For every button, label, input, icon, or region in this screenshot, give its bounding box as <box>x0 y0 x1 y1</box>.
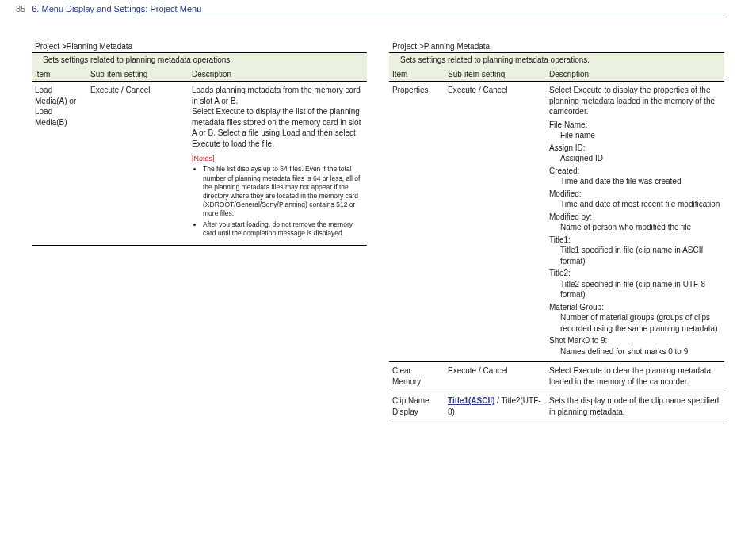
notes-list: The file list displays up to 64 files. E… <box>192 165 364 237</box>
col-header-desc: Description <box>546 67 724 82</box>
def-val: Title1 specified in file (clip name in A… <box>549 245 721 266</box>
cell-sub: Execute / Cancel <box>87 82 189 246</box>
def-term: Shot Mark0 to 9: <box>549 335 721 346</box>
table-row: Clear Memory Execute / Cancel Select Exe… <box>389 362 724 392</box>
def-val: Time and date of most recent file modifi… <box>549 199 721 210</box>
def-term: Assign ID: <box>549 143 721 154</box>
page-content: Project >Planning Metadata Sets settings… <box>0 41 756 423</box>
def-val: Assigned ID <box>549 153 721 164</box>
col-header-sub: Sub-item setting <box>87 67 189 82</box>
col-header-sub: Sub-item setting <box>445 67 546 82</box>
table-row: Load Media(A) or Load Media(B) Execute /… <box>32 82 367 246</box>
desc-text: Select Execute to display the properties… <box>549 85 721 117</box>
cell-desc: Select Execute to display the properties… <box>546 82 724 362</box>
def-val: Title2 specified in file (clip name in U… <box>549 279 721 300</box>
section-title: 6. Menu Display and Settings: Project Me… <box>32 3 201 15</box>
table-header-row: Item Sub-item setting Description <box>32 67 367 82</box>
desc-text: Loads planning metadata from the memory … <box>192 85 364 149</box>
table-row: Clip Name Display Title1(ASCII) / Title2… <box>389 392 724 422</box>
def-term: Material Group: <box>549 302 721 313</box>
page-header: 85 6. Menu Display and Settings: Project… <box>32 0 724 17</box>
settings-table-right: Item Sub-item setting Description Proper… <box>389 67 724 423</box>
cell-item: Load Media(A) or Load Media(B) <box>32 82 87 246</box>
table-row: Properties Execute / Cancel Select Execu… <box>389 82 724 362</box>
cell-sub: Title1(ASCII) / Title2(UTF-8) <box>445 392 546 422</box>
panel-title-right: Project >Planning Metadata <box>392 41 724 52</box>
cell-desc: Loads planning metadata from the memory … <box>189 82 367 246</box>
col-header-desc: Description <box>189 67 367 82</box>
def-val: Time and date the file was created <box>549 176 721 187</box>
cell-item: Clip Name Display <box>389 392 445 422</box>
def-term: Title2: <box>549 268 721 279</box>
col-header-item: Item <box>32 67 87 82</box>
def-val: Names defined for shot marks 0 to 9 <box>549 346 721 357</box>
def-val: Name of person who modified the file <box>549 222 721 233</box>
def-term: Created: <box>549 166 721 177</box>
cell-item: Properties <box>389 82 445 362</box>
page-number: 85 <box>16 3 25 15</box>
left-column: Project >Planning Metadata Sets settings… <box>32 41 367 423</box>
cell-desc: Select Execute to clear the planning met… <box>546 362 724 392</box>
definition-list: File Name: File name Assign ID: Assigned… <box>549 120 721 357</box>
right-column: Project >Planning Metadata Sets settings… <box>389 41 724 423</box>
def-val: Number of material groups (groups of cli… <box>549 312 721 334</box>
cell-sub: Execute / Cancel <box>445 362 546 392</box>
cell-sub: Execute / Cancel <box>445 82 546 362</box>
option-selected: Title1(ASCII) <box>448 396 494 405</box>
col-header-item: Item <box>389 67 445 82</box>
list-item: The file list displays up to 64 files. E… <box>203 165 364 217</box>
def-term: Modified: <box>549 189 721 200</box>
cell-item: Clear Memory <box>389 362 445 392</box>
def-term: Title1: <box>549 235 721 246</box>
panel-title-left: Project >Planning Metadata <box>35 41 367 52</box>
def-term: File Name: <box>549 120 721 131</box>
def-term: Modified by: <box>549 212 721 223</box>
panel-subtitle-left: Sets settings related to planning metada… <box>32 52 367 67</box>
settings-table-left: Item Sub-item setting Description Load M… <box>32 67 367 246</box>
list-item: After you start loading, do not remove t… <box>203 220 364 238</box>
table-header-row: Item Sub-item setting Description <box>389 67 724 82</box>
panel-subtitle-right: Sets settings related to planning metada… <box>389 52 724 67</box>
def-val: File name <box>549 130 721 141</box>
cell-desc: Sets the display mode of the clip name s… <box>546 392 724 422</box>
notes-label: [Notes] <box>192 154 364 163</box>
